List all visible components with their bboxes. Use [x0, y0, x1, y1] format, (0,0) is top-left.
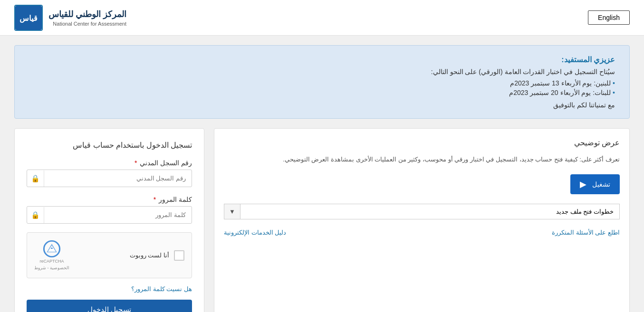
- recaptcha-brand: reCAPTCHA: [40, 259, 64, 265]
- play-button[interactable]: تشغيل ▶: [570, 174, 620, 194]
- faq-link[interactable]: اطلع على الأسئلة المتكررة: [552, 229, 620, 236]
- password-icon: 🔒: [27, 207, 44, 223]
- id-field-group: رقم السجل المدني * 🔒: [27, 159, 192, 187]
- banner-footer: مع تمنياتنا لكم بالتوفيق: [29, 101, 615, 109]
- id-required-marker: *: [135, 159, 137, 167]
- login-panel: تسجيل الدخول باستخدام حساب قياس رقم السج…: [14, 128, 204, 312]
- recaptcha-links: الخصوصية - شروط: [34, 265, 69, 271]
- banner-list: للبنين: يوم الأربعاء 13 سبتمبر 2023م للب…: [29, 78, 615, 97]
- header: English المركز الوطني للقياس National Ce…: [0, 0, 644, 36]
- captcha-checkbox[interactable]: [174, 250, 184, 261]
- id-icon: 🔒: [27, 170, 44, 187]
- youtube-icon: ▶: [580, 179, 586, 189]
- password-field-group: كلمة المرور * 🔒: [27, 196, 192, 224]
- logo-area: المركز الوطني للقياس National Center for…: [14, 5, 126, 31]
- recaptcha-logo: reCAPTCHA الخصوصية - شروط: [34, 240, 69, 271]
- demo-panel-title: عرض توضيحي: [224, 138, 620, 147]
- password-required-marker: *: [154, 196, 156, 203]
- guide-link[interactable]: دليل الخدمات الإلكترونية: [224, 229, 286, 236]
- play-button-label: تشغيل: [592, 180, 610, 188]
- captcha-box[interactable]: أنا لست روبوت reCAPTCHA الخصوصية - شروط: [27, 232, 192, 278]
- demo-panel-description: تعرف أكثر على: كيفية فتح حساب جديد، التس…: [224, 154, 620, 165]
- password-label: كلمة المرور *: [27, 196, 192, 203]
- login-button[interactable]: تسجيل الدخول: [27, 300, 192, 312]
- forgot-password-link[interactable]: هل نسيت كلمة المرور؟: [27, 285, 192, 293]
- captcha-label: أنا لست روبوت: [130, 252, 169, 259]
- password-input-wrapper: 🔒: [27, 206, 192, 224]
- id-input[interactable]: [44, 170, 192, 187]
- captcha-left: أنا لست روبوت: [130, 250, 184, 261]
- banner-item-boys: للبنين: يوم الأربعاء 13 سبتمبر 2023م: [29, 78, 615, 88]
- logo-arabic-text: المركز الوطني للقياس: [48, 9, 126, 20]
- recaptcha-icon: [43, 240, 61, 258]
- banner-subtitle: سيُتاح التسجيل في اختبار القدرات العامة …: [29, 68, 615, 76]
- english-button[interactable]: English: [588, 10, 630, 25]
- demo-panel: عرض توضيحي تعرف أكثر على: كيفية فتح حساب…: [214, 128, 630, 312]
- dropdown-row: خطوات فتح ملف جديد ▼: [224, 204, 620, 219]
- id-label: رقم السجل المدني *: [27, 159, 192, 167]
- login-panel-title: تسجيل الدخول باستخدام حساب قياس: [27, 141, 192, 150]
- announcement-banner: عزيزي المستفيد: سيُتاح التسجيل في اختبار…: [14, 45, 630, 119]
- dropdown-arrow-icon: ▼: [224, 204, 240, 219]
- demo-links: اطلع على الأسئلة المتكررة دليل الخدمات ا…: [224, 229, 620, 236]
- svg-text:قياس: قياس: [19, 14, 38, 23]
- logo-box: قياس: [14, 5, 43, 31]
- id-input-wrapper: 🔒: [27, 170, 192, 187]
- logo-english-text: National Center for Assessment: [48, 21, 126, 27]
- demo-dropdown[interactable]: خطوات فتح ملف جديد: [240, 204, 620, 219]
- banner-title: عزيزي المستفيد:: [29, 55, 615, 64]
- logo-svg: قياس: [15, 6, 42, 30]
- password-input[interactable]: [44, 207, 192, 223]
- banner-item-girls: للبنات: يوم الأربعاء 20 سبتمبر 2023م: [29, 88, 615, 97]
- main-content: عرض توضيحي تعرف أكثر على: كيفية فتح حساب…: [14, 128, 630, 312]
